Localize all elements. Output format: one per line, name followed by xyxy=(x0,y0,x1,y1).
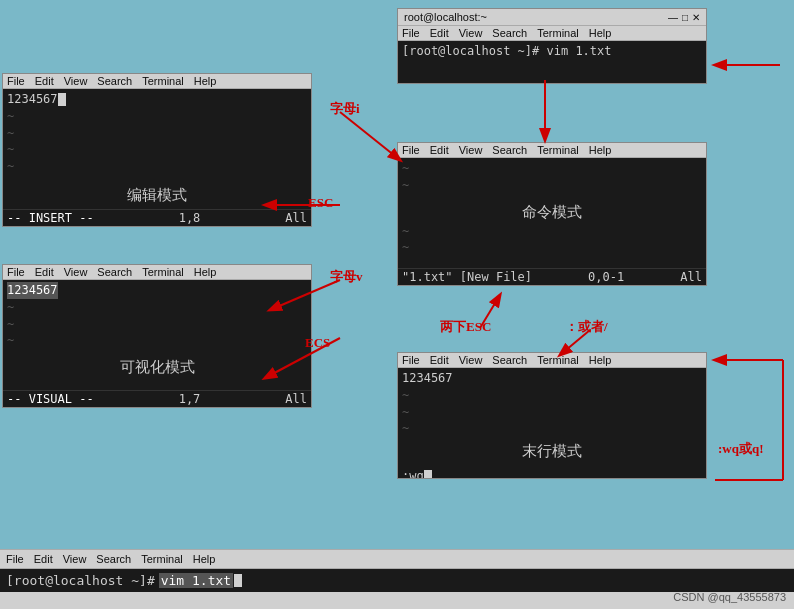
lastline-menubar: File Edit View Search Terminal Help xyxy=(398,353,706,368)
bottom-menu-terminal[interactable]: Terminal xyxy=(141,553,183,565)
bottom-menu-file[interactable]: File xyxy=(6,553,24,565)
cmd-file-status: "1.txt" [New File] xyxy=(402,270,532,284)
lastline-menu-view[interactable]: View xyxy=(459,354,483,366)
minimize-btn[interactable]: — xyxy=(668,12,678,23)
edit-menu-terminal[interactable]: Terminal xyxy=(142,75,184,87)
cmd-mode-window: File Edit View Search Terminal Help ~ ~ … xyxy=(397,142,707,286)
bottom-prompt: [root@localhost ~]# xyxy=(6,573,155,588)
top-body: [root@localhost ~]# vim 1.txt xyxy=(398,41,706,83)
cmd-menu-view[interactable]: View xyxy=(459,144,483,156)
bottom-menu-search[interactable]: Search xyxy=(96,553,131,565)
annotation-wq: :wq或q! xyxy=(718,440,764,458)
top-titlebar: root@localhost:~ — □ ✕ xyxy=(398,9,706,26)
cmd-menubar: File Edit View Search Terminal Help xyxy=(398,143,706,158)
edit-body: 1234567 ~ ~ ~ ~ 编辑模式 xyxy=(3,89,311,209)
watermark: CSDN @qq_43555873 xyxy=(673,591,786,603)
cmd-menu-search[interactable]: Search xyxy=(492,144,527,156)
cmd-menu-help[interactable]: Help xyxy=(589,144,612,156)
cmd-menu-terminal[interactable]: Terminal xyxy=(537,144,579,156)
insert-status: -- INSERT -- xyxy=(7,211,94,225)
cmd-all: All xyxy=(680,270,702,284)
lastline-tilde3: ~ xyxy=(402,420,702,437)
cmd-statusbar: "1.txt" [New File] 0,0-1 All xyxy=(398,268,706,285)
edit-menu-search[interactable]: Search xyxy=(97,75,132,87)
annotation-ecs: ECS xyxy=(305,335,330,351)
cmd-tilde3: ~ xyxy=(402,223,702,240)
top-terminal-window: root@localhost:~ — □ ✕ File Edit View Se… xyxy=(397,8,707,84)
menu-file[interactable]: File xyxy=(402,27,420,39)
edit-menubar: File Edit View Search Terminal Help xyxy=(3,74,311,89)
bottom-menubar: File Edit View Search Terminal Help xyxy=(0,550,794,569)
lastline-mode-window: File Edit View Search Terminal Help 1234… xyxy=(397,352,707,479)
annotation-colon: ：或者/ xyxy=(565,318,608,336)
annotation-letter-v: 字母v xyxy=(330,268,363,286)
edit-mode-label: 编辑模式 xyxy=(7,185,307,206)
visual-statusbar: -- VISUAL -- 1,7 All xyxy=(3,390,311,407)
tilde4: ~ xyxy=(7,158,307,175)
cmd-tilde4: ~ xyxy=(402,239,702,256)
visual-menu-file[interactable]: File xyxy=(7,266,25,278)
visual-tilde3: ~ xyxy=(7,332,307,349)
menu-search[interactable]: Search xyxy=(492,27,527,39)
visual-menu-terminal[interactable]: Terminal xyxy=(142,266,184,278)
visual-pos: 1,7 xyxy=(179,392,201,406)
lastline-content-line: 1234567 xyxy=(402,370,702,387)
visual-tilde2: ~ xyxy=(7,316,307,333)
menu-edit[interactable]: Edit xyxy=(430,27,449,39)
top-command: [root@localhost ~]# vim 1.txt xyxy=(402,43,702,60)
visual-menu-search[interactable]: Search xyxy=(97,266,132,278)
visual-status: -- VISUAL -- xyxy=(7,392,94,406)
bottom-menu-view[interactable]: View xyxy=(63,553,87,565)
edit-menu-view[interactable]: View xyxy=(64,75,88,87)
visual-all: All xyxy=(285,392,307,406)
visual-menu-help[interactable]: Help xyxy=(194,266,217,278)
visual-body: 1234567 ~ ~ ~ 可视化模式 xyxy=(3,280,311,390)
edit-content-line: 1234567 xyxy=(7,91,307,108)
visual-mode-window: File Edit View Search Terminal Help 1234… xyxy=(2,264,312,408)
svg-line-4 xyxy=(340,112,400,160)
cmd-tilde1: ~ xyxy=(402,160,702,177)
lastline-menu-search[interactable]: Search xyxy=(492,354,527,366)
lastline-cursor xyxy=(424,470,432,478)
visual-menu-view[interactable]: View xyxy=(64,266,88,278)
lastline-menu-terminal[interactable]: Terminal xyxy=(537,354,579,366)
visual-tilde1: ~ xyxy=(7,299,307,316)
annotation-esc: ESC xyxy=(308,195,333,211)
lastline-menu-file[interactable]: File xyxy=(402,354,420,366)
edit-menu-help[interactable]: Help xyxy=(194,75,217,87)
edit-all: All xyxy=(285,211,307,225)
bottom-cmdline: [root@localhost ~]# vim 1.txt xyxy=(0,569,794,592)
cursor xyxy=(58,93,66,106)
cmd-body: ~ ~ 命令模式 ~ ~ xyxy=(398,158,706,268)
edit-menu-file[interactable]: File xyxy=(7,75,25,87)
visual-menu-edit[interactable]: Edit xyxy=(35,266,54,278)
maximize-btn[interactable]: □ xyxy=(682,12,688,23)
annotation-letter-i: 字母i xyxy=(330,100,360,118)
bottom-cursor xyxy=(234,574,242,587)
lastline-cmd: :wq xyxy=(402,468,702,478)
edit-mode-window: File Edit View Search Terminal Help 1234… xyxy=(2,73,312,227)
visual-menubar: File Edit View Search Terminal Help xyxy=(3,265,311,280)
lastline-menu-help[interactable]: Help xyxy=(589,354,612,366)
visual-mode-label: 可视化模式 xyxy=(7,357,307,378)
top-title: root@localhost:~ xyxy=(404,11,487,23)
edit-pos: 1,8 xyxy=(179,211,201,225)
lastline-tilde2: ~ xyxy=(402,404,702,421)
bottom-menu-help[interactable]: Help xyxy=(193,553,216,565)
annotation-two-esc: 两下ESC xyxy=(440,318,491,336)
lastline-tilde1: ~ xyxy=(402,387,702,404)
edit-menu-edit[interactable]: Edit xyxy=(35,75,54,87)
lastline-menu-edit[interactable]: Edit xyxy=(430,354,449,366)
bottom-command-highlight: vim 1.txt xyxy=(159,573,233,588)
lastline-mode-label: 末行模式 xyxy=(402,441,702,462)
cmd-mode-label: 命令模式 xyxy=(402,202,702,223)
menu-terminal[interactable]: Terminal xyxy=(537,27,579,39)
menu-help[interactable]: Help xyxy=(589,27,612,39)
cmd-menu-file[interactable]: File xyxy=(402,144,420,156)
tilde2: ~ xyxy=(7,125,307,142)
close-btn[interactable]: ✕ xyxy=(692,12,700,23)
top-menubar: File Edit View Search Terminal Help xyxy=(398,26,706,41)
menu-view[interactable]: View xyxy=(459,27,483,39)
bottom-menu-edit[interactable]: Edit xyxy=(34,553,53,565)
cmd-menu-edit[interactable]: Edit xyxy=(430,144,449,156)
